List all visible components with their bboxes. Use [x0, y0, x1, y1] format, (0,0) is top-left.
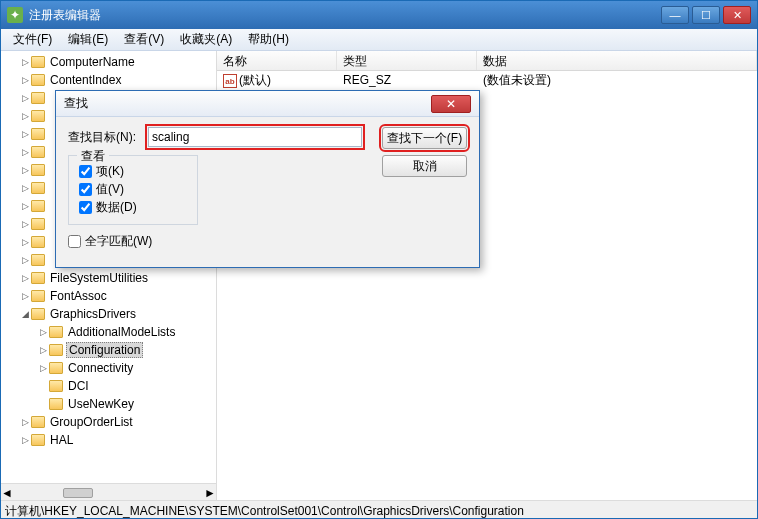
find-input[interactable]: [148, 127, 362, 147]
expand-icon[interactable]: ▷: [19, 129, 31, 139]
tree-item[interactable]: ▷FileSystemUtilities: [1, 269, 216, 287]
list-header: 名称 类型 数据: [217, 51, 757, 71]
scroll-right-icon[interactable]: ►: [204, 486, 216, 500]
folder-icon: [31, 416, 45, 428]
column-data[interactable]: 数据: [477, 51, 757, 70]
chk-data[interactable]: [79, 201, 92, 214]
expand-icon[interactable]: ▷: [19, 75, 31, 85]
folder-icon: [31, 290, 45, 302]
menu-favorites[interactable]: 收藏夹(A): [172, 29, 240, 50]
column-type[interactable]: 类型: [337, 51, 477, 70]
expand-icon[interactable]: ▷: [19, 183, 31, 193]
expand-icon[interactable]: ▷: [19, 273, 31, 283]
tree-item[interactable]: ▷Connectivity: [1, 359, 216, 377]
chk-values[interactable]: [79, 183, 92, 196]
tree-item[interactable]: ▷GroupOrderList: [1, 413, 216, 431]
expand-icon[interactable]: ▷: [19, 219, 31, 229]
chk-whole-word[interactable]: [68, 235, 81, 248]
maximize-button[interactable]: ☐: [692, 6, 720, 24]
scroll-left-icon[interactable]: ◄: [1, 486, 13, 500]
folder-icon: [31, 182, 45, 194]
tree-item-selected[interactable]: ▷Configuration: [1, 341, 216, 359]
tree-label: ContentIndex: [48, 73, 123, 87]
expand-icon[interactable]: ▷: [19, 147, 31, 157]
folder-icon: [31, 74, 45, 86]
tree-label: UseNewKey: [66, 397, 136, 411]
expand-icon[interactable]: ▷: [19, 255, 31, 265]
horizontal-scrollbar[interactable]: ◄ ►: [1, 483, 216, 500]
expand-icon[interactable]: ▷: [19, 93, 31, 103]
minimize-button[interactable]: —: [661, 6, 689, 24]
chk-data-row[interactable]: 数据(D): [79, 198, 187, 216]
tree-item[interactable]: ▷HAL: [1, 431, 216, 449]
column-name[interactable]: 名称: [217, 51, 337, 70]
dialog-buttons: 查找下一个(F) 取消: [382, 127, 467, 177]
find-label: 查找目标(N):: [68, 129, 148, 146]
expand-icon[interactable]: ▷: [19, 57, 31, 67]
expand-icon[interactable]: ▷: [19, 165, 31, 175]
folder-icon: [31, 218, 45, 230]
chk-keys[interactable]: [79, 165, 92, 178]
cell-data: (数值未设置): [477, 71, 757, 90]
tree-item[interactable]: ▷FontAssoc: [1, 287, 216, 305]
dialog-titlebar[interactable]: 查找 ✕: [56, 91, 479, 117]
find-dialog: 查找 ✕ 查找目标(N): 查找下一个(F) 取消 查看 项(K) 值(V) 数…: [55, 90, 480, 268]
tree-item[interactable]: ▷AdditionalModeLists: [1, 323, 216, 341]
status-path: 计算机\HKEY_LOCAL_MACHINE\SYSTEM\ControlSet…: [5, 504, 524, 518]
tree-item[interactable]: ▷ComputerName: [1, 53, 216, 71]
expand-icon[interactable]: ▷: [19, 435, 31, 445]
menu-edit[interactable]: 编辑(E): [60, 29, 116, 50]
chk-keys-label: 项(K): [96, 163, 124, 180]
window-buttons: — ☐ ✕: [661, 6, 751, 24]
expand-icon[interactable]: ▷: [19, 417, 31, 427]
find-next-button[interactable]: 查找下一个(F): [382, 127, 467, 149]
tree-label: Connectivity: [66, 361, 135, 375]
menu-file[interactable]: 文件(F): [5, 29, 60, 50]
dialog-body: 查找目标(N): 查找下一个(F) 取消 查看 项(K) 值(V) 数据(D) …: [56, 117, 479, 260]
folder-icon: [31, 200, 45, 212]
tree-item[interactable]: DCI: [1, 377, 216, 395]
folder-icon: [31, 272, 45, 284]
chk-values-label: 值(V): [96, 181, 124, 198]
close-button[interactable]: ✕: [723, 6, 751, 24]
cell-name: ab(默认): [217, 71, 337, 90]
folder-icon: [31, 146, 45, 158]
list-row[interactable]: ab(默认) REG_SZ (数值未设置): [217, 71, 757, 89]
expand-icon[interactable]: ▷: [19, 237, 31, 247]
lookat-group: 查看 项(K) 值(V) 数据(D): [68, 155, 198, 225]
cancel-button[interactable]: 取消: [382, 155, 467, 177]
folder-icon: [49, 344, 63, 356]
folder-icon: [31, 236, 45, 248]
folder-icon: [31, 254, 45, 266]
folder-icon: [31, 92, 45, 104]
dialog-close-button[interactable]: ✕: [431, 95, 471, 113]
value-name: (默认): [239, 73, 271, 87]
expand-icon[interactable]: ▷: [37, 363, 49, 373]
folder-icon: [31, 128, 45, 140]
menu-help[interactable]: 帮助(H): [240, 29, 297, 50]
cell-type: REG_SZ: [337, 72, 477, 88]
expand-icon[interactable]: ▷: [37, 327, 49, 337]
scroll-thumb[interactable]: [63, 488, 93, 498]
menu-view[interactable]: 查看(V): [116, 29, 172, 50]
folder-icon: [49, 326, 63, 338]
folder-icon: [49, 398, 63, 410]
tree-label: Configuration: [66, 342, 143, 358]
chk-values-row[interactable]: 值(V): [79, 180, 187, 198]
expand-icon[interactable]: ▷: [19, 291, 31, 301]
folder-icon: [31, 164, 45, 176]
expand-icon[interactable]: ▷: [19, 201, 31, 211]
collapse-icon[interactable]: ◢: [19, 309, 31, 319]
expand-icon[interactable]: ▷: [37, 345, 49, 355]
tree-item[interactable]: UseNewKey: [1, 395, 216, 413]
tree-item[interactable]: ◢GraphicsDrivers: [1, 305, 216, 323]
whole-word-row[interactable]: 全字匹配(W): [68, 233, 467, 250]
tree-label: GroupOrderList: [48, 415, 135, 429]
expand-icon[interactable]: ▷: [19, 111, 31, 121]
titlebar: ✦ 注册表编辑器 — ☐ ✕: [1, 1, 757, 29]
tree-item[interactable]: ▷ContentIndex: [1, 71, 216, 89]
app-icon: ✦: [7, 7, 23, 23]
tree-label: AdditionalModeLists: [66, 325, 177, 339]
folder-icon: [31, 434, 45, 446]
folder-icon: [31, 308, 45, 320]
